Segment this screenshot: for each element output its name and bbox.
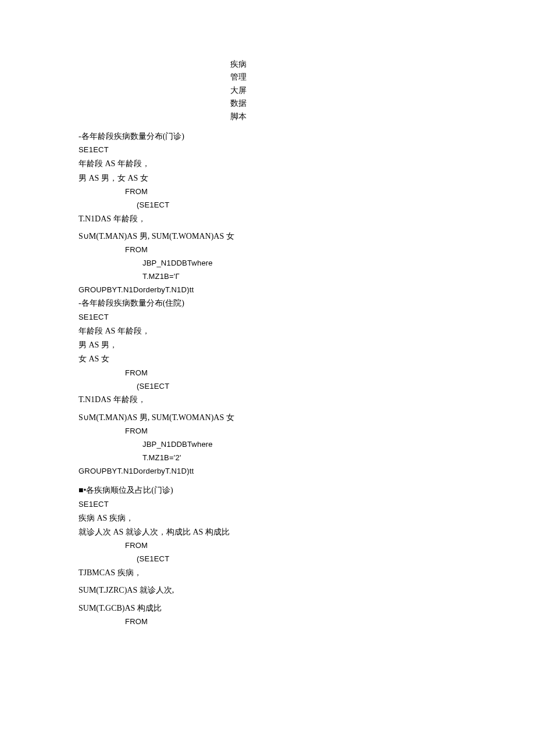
code-line: (SE1ECT [79,199,456,212]
title-line-3: 大屏 [227,84,250,97]
code-line: T.MZ1B='2' [79,452,456,464]
code-line: SUM(T.JZRC)AS 就诊人次, [79,584,456,597]
code-line: (SE1ECT [79,381,456,393]
code-line: S∪M(T.MAN)AS 男, SUM(T.WOMAN)AS 女 [79,411,456,424]
code-line: T.N1DAS 年龄段， [79,213,456,225]
code-line: FROM [79,540,456,552]
code-line: FROM [79,244,456,256]
code-line: FROM [79,616,456,628]
code-line: SE1ECT [79,311,456,324]
code-line: 疾病 AS 疾病， [79,512,456,525]
code-line: 年龄段 AS 年龄段， [79,325,456,338]
document-page: 疾病 管理 大屏 数据 脚本 -各年龄段疾病数量分布(门诊) SE1ECT 年龄… [0,0,535,653]
document-title: 疾病 管理 大屏 数据 脚本 [227,58,250,123]
code-line: FROM [79,367,456,379]
code-line: GROUPBYT.N1DorderbyT.N1D)tt [79,284,456,296]
code-line: S∪M(T.MAN)AS 男, SUM(T.WOMAN)AS 女 [79,230,456,243]
code-line: JBP_N1DDBTwhere [79,257,456,270]
code-line: FROM [79,186,456,198]
title-line-4: 数据 [227,97,250,110]
code-line: SE1ECT [79,499,456,511]
code-line: GROUPBYT.N1DorderbyT.N1D)tt [79,465,456,478]
section-heading: ■•各疾病顺位及占比(门诊) [79,484,456,497]
code-line: 男 AS 男， [79,339,456,352]
code-line: SUM(T.GCB)AS 构成比 [79,602,456,615]
code-line: JBP_N1DDBTwhere [79,439,456,451]
section-heading: -各年龄段疾病数量分布(住院) [79,297,456,310]
code-line: T.MZ1B='Γ [79,271,456,283]
code-line: T.N1DAS 年龄段， [79,393,456,406]
code-line: 年龄段 AS 年龄段， [79,157,456,170]
code-line: FROM [79,425,456,438]
code-line: 就诊人次 AS 就诊人次，构成比 AS 构成比 [79,526,456,539]
title-line-2: 管理 [227,71,250,84]
title-line-5: 脚本 [227,110,250,123]
code-line: SE1ECT [79,144,456,156]
section-heading: -各年龄段疾病数量分布(门诊) [79,130,456,143]
code-line: 女 AS 女 [79,353,456,366]
title-line-1: 疾病 [227,58,250,71]
spacer [79,478,456,484]
code-line: (SE1ECT [79,553,456,565]
code-line: 男 AS 男，女 AS 女 [79,172,456,185]
code-line: TJBMCAS 疾病， [79,567,456,579]
